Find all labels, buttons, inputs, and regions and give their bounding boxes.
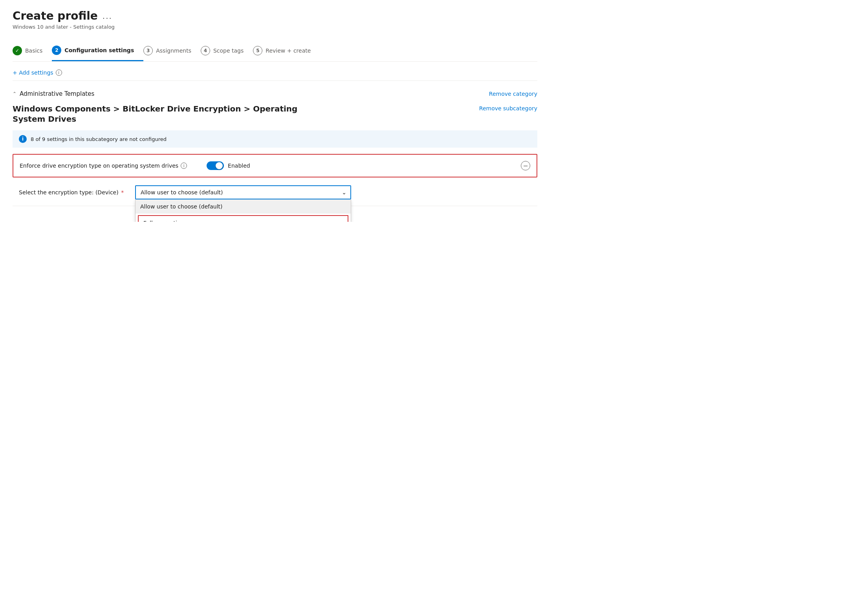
info-banner-icon: i	[19, 135, 27, 143]
info-banner-text: 8 of 9 settings in this subcategory are …	[31, 136, 167, 142]
setting-row-enforce-encryption: Enforce drive encryption type on operati…	[13, 154, 537, 177]
step-badge-scope: 4	[201, 46, 210, 55]
info-banner: i 8 of 9 settings in this subcategory ar…	[13, 130, 537, 148]
field-row-encryption-type: Select the encryption type: (Device) * A…	[19, 185, 537, 199]
encryption-type-dropdown[interactable]: Allow user to choose (default) ⌄ Allow u…	[135, 185, 351, 199]
subcategory-header: Windows Components > BitLocker Drive Enc…	[13, 104, 537, 124]
dropdown-menu: Allow user to choose (default) Full encr…	[135, 199, 351, 222]
encryption-type-label: Select the encryption type: (Device) *	[19, 189, 129, 196]
subcategory-title: Windows Components > BitLocker Drive Enc…	[13, 104, 327, 124]
page-title: Create profile ...	[13, 9, 112, 22]
wizard-step-scope[interactable]: 4 Scope tags	[201, 41, 253, 61]
setting-info-icon: i	[181, 163, 187, 169]
dropdown-option-full-label: Full encryption	[143, 220, 184, 222]
category-chevron-icon: ⌃	[13, 91, 16, 97]
category-title-left: ⌃ Administrative Templates	[13, 90, 94, 97]
dropdown-chevron-icon: ⌄	[342, 189, 346, 196]
step-label-basics: Basics	[25, 48, 42, 54]
step-badge-configuration: 2	[52, 46, 61, 55]
add-settings-button[interactable]: + Add settings i	[13, 69, 537, 76]
step-label-configuration: Configuration settings	[64, 47, 134, 53]
setting-toggle[interactable]	[207, 161, 224, 170]
wizard-step-assignments[interactable]: 3 Assignments	[143, 41, 201, 61]
wizard-nav: ✓ Basics 2 Configuration settings 3 Assi…	[13, 41, 537, 62]
step-badge-basics: ✓	[13, 46, 22, 55]
remove-subcategory-button[interactable]: Remove subcategory	[479, 105, 537, 112]
toggle-knob	[216, 162, 223, 169]
setting-label-text: Enforce drive encryption type on operati…	[20, 163, 178, 169]
step-badge-review: 5	[253, 46, 262, 55]
page-subtitle: Windows 10 and later - Settings catalog	[13, 24, 537, 30]
toggle-container: Enabled	[207, 161, 250, 170]
page-container: Create profile ... Windows 10 and later …	[0, 0, 550, 222]
minus-icon: −	[523, 162, 528, 170]
setting-label: Enforce drive encryption type on operati…	[20, 163, 187, 169]
page-title-text: Create profile	[13, 9, 98, 22]
step-label-assignments: Assignments	[156, 48, 191, 54]
remove-setting-button[interactable]: −	[521, 161, 530, 170]
wizard-step-configuration[interactable]: 2 Configuration settings	[52, 41, 143, 61]
remove-category-button[interactable]: Remove category	[489, 91, 537, 97]
step-badge-assignments: 3	[143, 46, 153, 55]
dropdown-selected-value[interactable]: Allow user to choose (default) ⌄	[135, 185, 351, 199]
category-name: Administrative Templates	[20, 90, 94, 97]
add-settings-info-icon: i	[56, 69, 62, 76]
setting-row-left: Enforce drive encryption type on operati…	[20, 161, 250, 170]
section-divider-1	[13, 80, 537, 81]
step-label-scope: Scope tags	[213, 48, 244, 54]
add-settings-label: + Add settings	[13, 69, 53, 76]
dropdown-option-allow[interactable]: Allow user to choose (default)	[136, 199, 351, 214]
dropdown-option-full[interactable]: Full encryption	[139, 216, 348, 222]
toggle-label: Enabled	[228, 163, 250, 169]
step-label-review: Review + create	[266, 48, 311, 54]
encryption-type-section: Select the encryption type: (Device) * A…	[13, 185, 537, 199]
encryption-type-label-text: Select the encryption type: (Device)	[19, 189, 119, 196]
wizard-step-review[interactable]: 5 Review + create	[253, 41, 320, 61]
wizard-step-basics[interactable]: ✓ Basics	[13, 41, 52, 61]
required-indicator: *	[121, 189, 124, 196]
category-header: ⌃ Administrative Templates Remove catego…	[13, 86, 537, 101]
page-title-ellipsis: ...	[103, 11, 112, 21]
dropdown-options-highlighted-box: Full encryption Used Space Only encrypti…	[138, 215, 348, 222]
dropdown-current-value: Allow user to choose (default)	[141, 189, 223, 196]
dropdown-option-allow-label: Allow user to choose (default)	[140, 203, 223, 210]
